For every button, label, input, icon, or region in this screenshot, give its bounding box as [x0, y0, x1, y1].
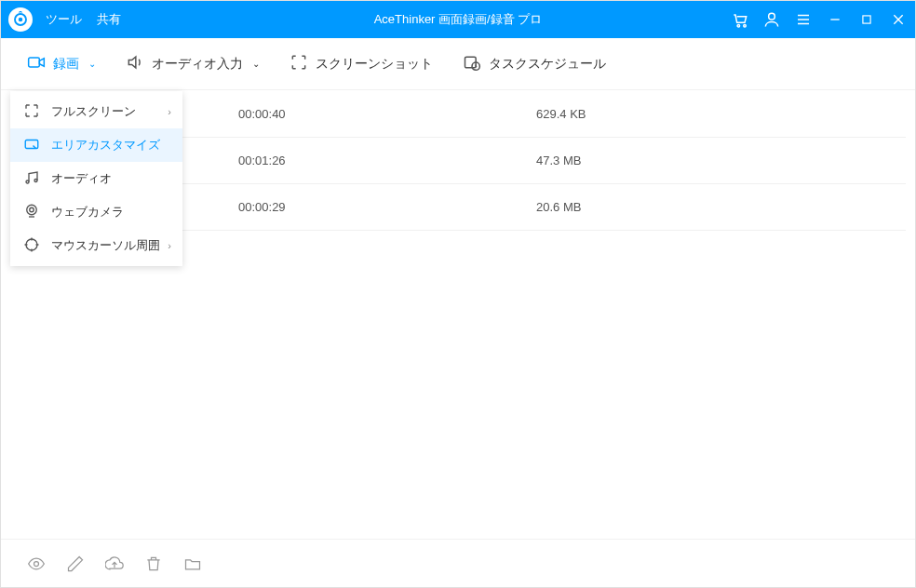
chevron-down-icon: ⌄	[252, 59, 260, 69]
dropdown-area-customize[interactable]: エリアカスタマイズ	[10, 128, 182, 162]
list-item[interactable]: 00:00:29 20.6 MB	[182, 184, 906, 231]
svg-point-3	[744, 24, 747, 26]
svg-rect-12	[29, 58, 40, 67]
record-dropdown: フルスクリーン › エリアカスタマイズ オーディオ ウェブカメラ マウスカーソル…	[10, 91, 182, 266]
video-icon	[27, 53, 46, 74]
list-item[interactable]: 00:00:40 629.4 KB	[182, 91, 906, 138]
chevron-right-icon: ›	[168, 106, 171, 117]
audio-input-tool[interactable]: オーディオ入力 ⌄	[126, 53, 260, 74]
app-logo	[8, 7, 33, 32]
svg-rect-15	[25, 140, 38, 148]
bottom-toolbar	[1, 539, 915, 587]
menu-tools[interactable]: ツール	[46, 11, 82, 28]
preview-button[interactable]	[27, 555, 46, 573]
user-icon[interactable]	[762, 10, 781, 29]
dropdown-label: ウェブカメラ	[51, 204, 124, 220]
svg-rect-9	[863, 16, 870, 23]
main-toolbar: 録画 ⌄ オーディオ入力 ⌄ スクリーンショット タスクスケジュール	[1, 38, 915, 90]
fullscreen-icon	[23, 102, 40, 122]
svg-point-4	[769, 13, 775, 20]
edit-button[interactable]	[66, 555, 85, 573]
recordings-list: 00:00:40 629.4 KB 00:01:26 47.3 MB 00:00…	[182, 91, 906, 231]
maximize-button[interactable]	[857, 10, 876, 29]
close-button[interactable]	[889, 10, 908, 29]
chevron-right-icon: ›	[168, 240, 171, 251]
dropdown-label: マウスカーソル周囲	[51, 237, 160, 254]
dropdown-webcam[interactable]: ウェブカメラ	[10, 195, 182, 229]
svg-point-21	[34, 561, 39, 566]
svg-point-2	[737, 24, 740, 26]
chevron-down-icon: ⌄	[88, 59, 96, 69]
menu-share[interactable]: 共有	[97, 11, 121, 28]
audio-input-label: オーディオ入力	[152, 56, 243, 73]
screenshot-label: スクリーンショット	[316, 56, 433, 73]
clock-icon	[463, 53, 481, 74]
delete-button[interactable]	[144, 555, 163, 573]
list-item[interactable]: 00:01:26 47.3 MB	[182, 138, 906, 184]
svg-point-18	[27, 205, 37, 215]
svg-point-20	[26, 239, 37, 250]
screenshot-tool[interactable]: スクリーンショット	[290, 53, 433, 74]
dropdown-label: オーディオ	[51, 170, 112, 187]
svg-point-19	[30, 207, 34, 212]
dropdown-audio[interactable]: オーディオ	[10, 162, 182, 195]
folder-button[interactable]	[183, 555, 202, 573]
titlebar: ツール 共有 AceThinker 画面録画/録音 プロ	[1, 1, 915, 38]
task-schedule-label: タスクスケジュール	[489, 56, 606, 73]
dropdown-mouse-area[interactable]: マウスカーソル周囲 ›	[10, 229, 182, 262]
row-size: 47.3 MB	[536, 154, 722, 167]
cart-icon[interactable]	[731, 10, 749, 29]
task-schedule-tool[interactable]: タスクスケジュール	[463, 53, 606, 74]
dropdown-fullscreen[interactable]: フルスクリーン ›	[10, 95, 182, 128]
svg-point-1	[19, 18, 23, 22]
minimize-button[interactable]	[826, 10, 844, 29]
record-label: 録画	[53, 56, 79, 73]
upload-button[interactable]	[105, 555, 124, 573]
row-size: 20.6 MB	[536, 200, 722, 214]
row-duration: 00:00:40	[182, 107, 536, 121]
dropdown-label: エリアカスタマイズ	[51, 137, 160, 154]
speaker-icon	[126, 53, 144, 74]
dropdown-label: フルスクリーン	[51, 103, 136, 120]
area-icon	[23, 136, 40, 155]
svg-point-17	[34, 179, 37, 181]
menu-icon[interactable]	[794, 10, 813, 29]
music-icon	[23, 169, 40, 189]
app-title: AceThinker 画面録画/録音 プロ	[374, 11, 543, 28]
target-icon	[23, 236, 40, 256]
row-duration: 00:00:29	[182, 200, 536, 214]
row-duration: 00:01:26	[182, 154, 536, 167]
webcam-icon	[23, 203, 40, 222]
record-tool[interactable]: 録画 ⌄	[27, 53, 96, 74]
crop-icon	[290, 53, 308, 74]
svg-point-16	[26, 180, 29, 183]
row-size: 629.4 KB	[536, 107, 722, 121]
